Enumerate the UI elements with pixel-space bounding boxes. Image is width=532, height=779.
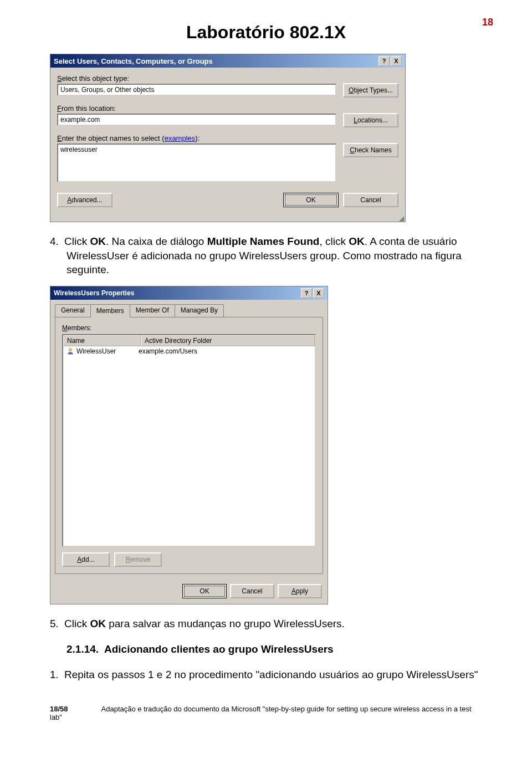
object-types-button[interactable]: Object Types... [343,83,398,98]
object-type-input[interactable] [57,84,336,96]
page-title: Laboratório 802.1X [186,22,346,43]
enter-names-label: Enter the object names to select (exampl… [57,134,336,142]
advanced-button[interactable]: Advanced... [57,193,112,207]
examples-link[interactable]: examples [165,134,196,142]
add-button[interactable]: Add... [62,552,110,567]
remove-button: Remove [114,552,162,567]
tab-general[interactable]: General [55,304,91,317]
help-icon[interactable]: ? [301,288,312,298]
help-icon[interactable]: ? [378,56,390,66]
col-folder-header[interactable]: Active Directory Folder [141,335,315,346]
ok-button[interactable]: OK [182,584,227,598]
dialog2-title: WirelessUsers Properties [54,289,134,297]
from-location-label: From this location: [57,104,336,112]
close-icon[interactable]: X [391,56,402,66]
members-label: Members: [62,324,316,332]
tab-members[interactable]: Members [90,304,130,317]
members-listbox[interactable]: Name Active Directory Folder WirelessUse… [62,334,316,547]
close-icon[interactable]: X [313,288,324,298]
object-names-input[interactable]: wirelessuser [57,144,336,182]
member-name: WirelessUser [76,347,116,355]
step-5-text: 5.Click OK para salvar as mudanças no gr… [66,617,482,631]
section-heading: 2.1.14. Adicionando clientes ao grupo Wi… [66,643,482,655]
dialog1-title: Select Users, Contacts, Computers, or Gr… [54,57,213,65]
object-type-label: Select this object type: [57,74,336,83]
list-item[interactable]: WirelessUser example.com/Users [63,346,315,356]
page-footer: 18/58Adaptação e tradução do documento d… [0,698,532,738]
cancel-button[interactable]: Cancel [230,584,274,598]
footer-page-number: 18/58 [50,705,68,713]
member-folder: example.com/Users [139,347,197,355]
from-location-input[interactable] [57,114,336,126]
dialog1-titlebar: Select Users, Contacts, Computers, or Gr… [50,54,405,68]
apply-button[interactable]: Apply [278,584,322,598]
wirelessusers-properties-dialog: WirelessUsers Properties ? X General Mem… [50,286,328,604]
check-names-button[interactable]: Check Names [343,143,398,157]
ok-button[interactable]: OK [283,193,339,207]
resize-grip-icon[interactable]: ◢ [50,216,405,222]
step-1-text: 1.Repita os passos 1 e 2 no procedimento… [66,668,482,682]
step-4-text: 4.Click OK. Na caixa de diálogo Multiple… [66,234,482,277]
user-icon [66,347,74,355]
dialog2-titlebar: WirelessUsers Properties ? X [50,286,328,300]
select-users-dialog: Select Users, Contacts, Computers, or Gr… [50,54,406,222]
locations-button[interactable]: Locations... [343,113,398,127]
svg-point-0 [69,348,71,351]
footer-text: Adaptação e tradução do documento da Mic… [50,705,472,721]
cancel-button[interactable]: Cancel [343,193,398,207]
col-name-header[interactable]: Name [63,335,141,346]
tab-managed-by[interactable]: Managed By [175,304,224,317]
page-number-top: 18 [482,17,493,28]
tab-member-of[interactable]: Member Of [130,304,175,317]
